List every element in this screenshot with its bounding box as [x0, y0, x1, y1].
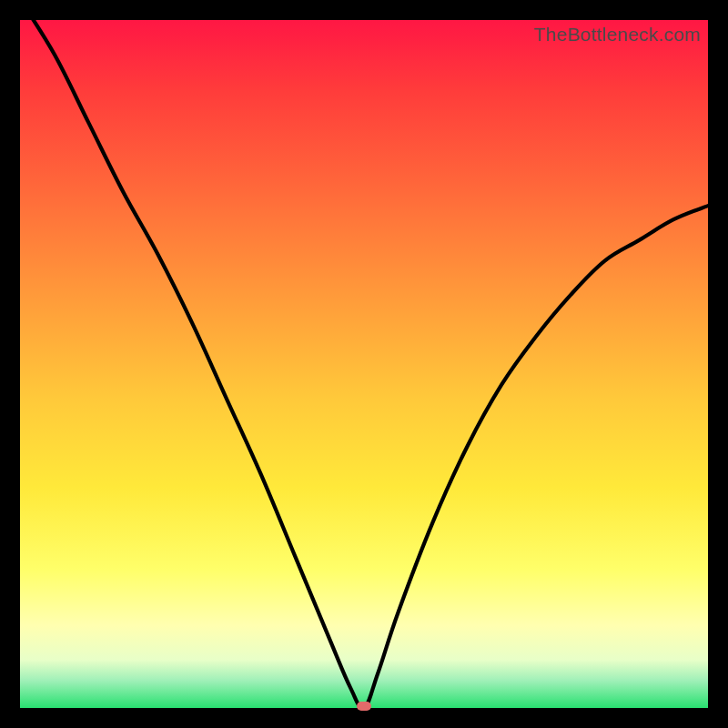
chart-frame: TheBottleneck.com [0, 0, 728, 728]
plot-area: TheBottleneck.com [20, 20, 708, 708]
bottleneck-curve [20, 20, 708, 708]
minimum-marker [357, 702, 371, 711]
